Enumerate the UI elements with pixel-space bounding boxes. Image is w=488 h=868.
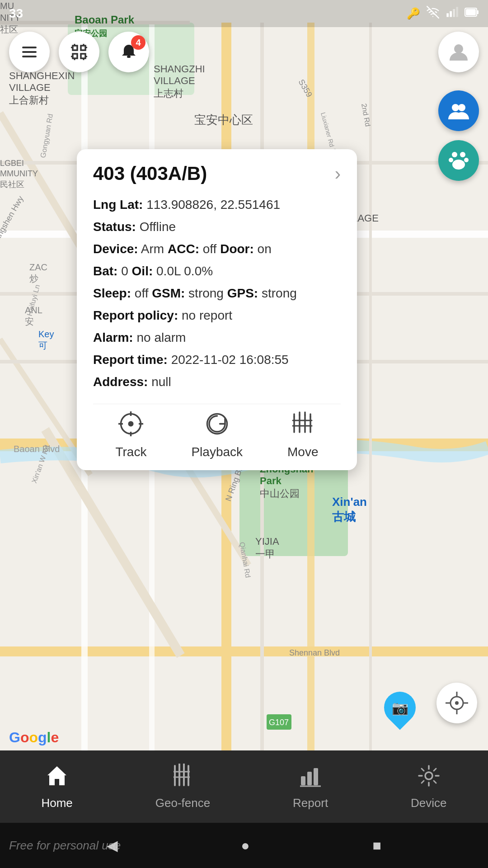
android-back-button[interactable]: ◀ — [107, 837, 118, 854]
svg-rect-37 — [446, 13, 449, 17]
people-button[interactable] — [438, 90, 479, 131]
android-recent-button[interactable]: ■ — [373, 837, 381, 854]
report-label: Report — [293, 796, 328, 810]
fit-icon — [69, 42, 89, 62]
google-logo: Google — [9, 729, 59, 746]
notification-badge: 4 — [131, 35, 145, 50]
svg-rect-40 — [456, 7, 458, 17]
svg-point-86 — [455, 701, 459, 705]
svg-rect-48 — [81, 46, 85, 50]
crosshair-icon — [446, 692, 468, 714]
svg-point-62 — [458, 104, 465, 111]
svg-rect-50 — [81, 54, 85, 58]
track-label: Track — [115, 445, 146, 459]
shanghexin-label: SHANGHEXINVILLAGE上合新村 — [9, 70, 75, 107]
device-icon — [417, 764, 441, 793]
field-report-policy: Report policy: no report — [93, 304, 341, 326]
popup-body: Lng Lat: 113.908826, 22.551461 Status: O… — [93, 193, 341, 393]
svg-point-63 — [452, 152, 457, 157]
track-action-button[interactable]: Track — [115, 411, 146, 459]
device-label: Device — [411, 796, 446, 810]
popup-title: 403 (403A/B) — [93, 163, 207, 184]
field-address: Address: null — [93, 371, 341, 393]
menu-icon — [19, 42, 39, 62]
svg-rect-39 — [453, 9, 455, 17]
nav-home[interactable]: Home — [41, 764, 72, 810]
xinan-label: Xin'an古城 — [332, 495, 367, 525]
svg-text:Shennan Blvd: Shennan Blvd — [289, 648, 340, 657]
svg-rect-43 — [466, 9, 476, 15]
svg-point-61 — [452, 104, 459, 111]
zac-label: ZAC炒 — [29, 262, 47, 285]
user-icon — [447, 41, 470, 63]
popup-arrow[interactable]: › — [335, 164, 341, 184]
move-icon — [291, 411, 315, 440]
report-icon — [298, 764, 323, 793]
field-bat: Bat: 0 Oil: 0.0L 0.0% — [93, 260, 341, 282]
svg-point-66 — [464, 158, 469, 162]
svg-rect-103 — [314, 768, 318, 785]
android-nav-bar: ◀ ● ■ Free for personal use — [0, 823, 488, 868]
signal-status-icon — [446, 6, 458, 21]
svg-point-60 — [454, 44, 463, 53]
playback-label: Playback — [191, 445, 243, 459]
people-icon — [447, 99, 470, 122]
svg-point-67 — [452, 160, 465, 170]
nav-report[interactable]: Report — [293, 764, 328, 810]
svg-rect-47 — [73, 46, 77, 50]
android-home-button[interactable]: ● — [241, 837, 249, 854]
svg-point-64 — [460, 152, 465, 157]
field-sleep: Sleep: off GSM: strong GPS: strong — [93, 282, 341, 304]
field-alarm: Alarm: no alarm — [93, 326, 341, 349]
svg-rect-102 — [307, 772, 312, 785]
field-lnglat: Lng Lat: 113.908826, 22.551461 — [93, 193, 341, 216]
svg-text:Baoan Blvd: Baoan Blvd — [14, 444, 60, 454]
info-popup: 403 (403A/B) › Lng Lat: 113.908826, 22.5… — [77, 149, 357, 470]
status-left: 33 — [9, 6, 23, 21]
svg-rect-4 — [0, 646, 488, 656]
playback-icon — [205, 411, 230, 440]
crosshair-button[interactable] — [436, 683, 477, 723]
geofence-icon — [170, 764, 195, 793]
status-right: 🔑 — [407, 6, 479, 21]
field-device: Device: Arm ACC: off Door: on — [93, 238, 341, 260]
popup-header: 403 (403A/B) › — [93, 163, 341, 184]
svg-point-105 — [425, 772, 432, 779]
svg-rect-59 — [127, 56, 131, 58]
user-avatar-button[interactable] — [438, 32, 479, 72]
side-buttons — [438, 90, 479, 181]
pet-button[interactable] — [438, 140, 479, 181]
battery-status-icon — [465, 6, 479, 21]
svg-text:G107: G107 — [269, 718, 289, 727]
lgbei-label: LGBEIMMUNITY民社区 — [0, 158, 38, 190]
home-icon — [45, 764, 69, 793]
yijia-label: YIJIA一甲 — [255, 536, 279, 561]
key-status-icon: 🔑 — [407, 7, 420, 20]
menu-button[interactable] — [9, 32, 50, 72]
svg-rect-38 — [450, 11, 452, 17]
baoan-center-label: 宝安中心区 — [194, 112, 253, 128]
svg-rect-101 — [301, 776, 305, 785]
svg-point-65 — [449, 158, 453, 162]
nav-device[interactable]: Device — [411, 764, 446, 810]
playback-action-button[interactable]: Playback — [191, 411, 243, 459]
field-status: Status: Offline — [93, 216, 341, 238]
anl-label: ANL安 — [25, 305, 42, 328]
notification-button[interactable]: 4 — [108, 32, 149, 72]
shangzhi-label: SHANGZHIVILLAGE上志村 — [154, 63, 205, 100]
geofence-label: Geo-fence — [155, 796, 210, 810]
svg-point-69 — [128, 421, 134, 427]
track-icon — [118, 411, 143, 440]
status-time: 33 — [9, 6, 23, 21]
move-action-button[interactable]: Move — [287, 411, 318, 459]
svg-rect-49 — [73, 54, 77, 58]
field-report-time: Report time: 2022-11-02 16:08:55 — [93, 349, 341, 371]
svg-rect-42 — [477, 10, 479, 14]
status-bar: 33 🔑 — [0, 0, 488, 27]
key-label: Key可 — [38, 329, 54, 352]
home-label: Home — [41, 796, 72, 810]
fit-button[interactable] — [59, 32, 99, 72]
move-label: Move — [287, 445, 318, 459]
nav-geofence[interactable]: Geo-fence — [155, 764, 210, 810]
bottom-nav: Home Geo-fence — [0, 750, 488, 823]
